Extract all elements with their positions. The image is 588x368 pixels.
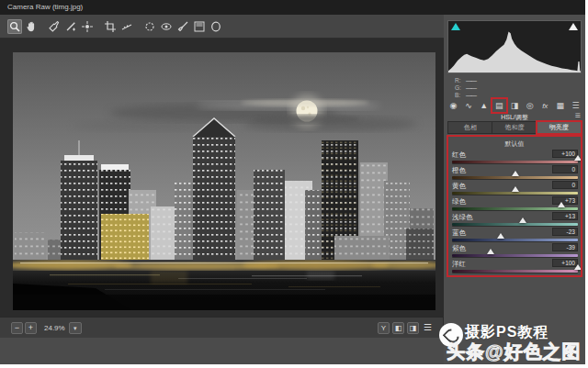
histogram xyxy=(447,20,582,73)
hsl-slider-row: 黄色0 xyxy=(444,181,585,196)
color-sampler-tool[interactable] xyxy=(63,19,78,34)
slider-thumb[interactable] xyxy=(574,264,582,270)
white-balance-tool[interactable] xyxy=(47,19,62,34)
panel-tab-split-toning-icon[interactable]: ◨ xyxy=(508,99,522,112)
rgb-row: R:—— xyxy=(455,76,476,84)
screenshot-stage: Camera Raw (timg.jpg) xyxy=(0,0,588,368)
panel-tab-hsl-grayscale-icon[interactable]: ▤ xyxy=(492,99,506,112)
zoom-tool[interactable] xyxy=(7,19,22,34)
slider-label: 绿色 xyxy=(452,197,466,206)
slider-thumb[interactable] xyxy=(487,249,494,254)
radial-filter-tool[interactable] xyxy=(209,19,223,34)
slider-thumb[interactable] xyxy=(519,217,526,223)
hsl-subtabs: 色相饱和度明亮度 xyxy=(447,121,582,134)
camera-raw-window: Camera Raw (timg.jpg) xyxy=(0,0,585,364)
slider-track[interactable] xyxy=(452,270,578,273)
zoom-level-value: 24.9% xyxy=(44,324,65,332)
zoom-out-button[interactable]: − xyxy=(11,322,23,334)
hsl-slider-row: 蓝色-23 xyxy=(444,228,585,243)
before-after-toggle-button[interactable]: Y xyxy=(378,322,390,334)
slider-value-field[interactable]: +73 xyxy=(552,196,578,205)
panel-menu-icon[interactable]: ☰ xyxy=(575,112,581,119)
slider-label: 蓝色 xyxy=(452,229,466,238)
slider-track[interactable] xyxy=(452,161,578,163)
targeted-adjustment-tool[interactable] xyxy=(80,19,95,34)
slider-value-field[interactable]: 0 xyxy=(552,165,578,173)
slider-label: 洋红 xyxy=(452,260,466,269)
panel-tab-presets-icon[interactable]: ☰ xyxy=(569,99,582,112)
slider-track[interactable] xyxy=(452,239,578,241)
panel-tab-basic-icon[interactable]: ◉ xyxy=(447,99,460,112)
window-titlebar[interactable]: Camera Raw (timg.jpg) xyxy=(0,0,585,15)
photo-water xyxy=(13,271,435,310)
slider-thumb[interactable] xyxy=(497,233,504,239)
hsl-slider-row: 红色+100 xyxy=(444,150,585,165)
hsl-tab-饱和度[interactable]: 饱和度 xyxy=(492,122,537,133)
watermark-line2: 头条@好色之图 xyxy=(447,340,582,364)
panel-tab-detail-icon[interactable]: ▲ xyxy=(477,99,491,112)
panel-tab-camera-calibration-icon[interactable]: ▦ xyxy=(553,99,567,112)
slider-label: 红色 xyxy=(452,151,466,160)
hsl-slider-row: 洋红+100 xyxy=(444,259,585,274)
panel-tab-lens-corrections-icon[interactable]: ◎ xyxy=(523,99,537,112)
copy-current-settings-button[interactable]: ◨ xyxy=(407,322,419,334)
highlight-clipping-warning-icon[interactable] xyxy=(569,23,578,30)
hsl-slider-row: 橙色0 xyxy=(444,165,585,181)
spot-removal-tool[interactable] xyxy=(142,19,157,34)
slider-thumb[interactable] xyxy=(574,155,582,161)
hsl-slider-row: 浅绿色+13 xyxy=(444,212,585,228)
slider-track[interactable] xyxy=(452,207,578,210)
photo-canvas[interactable] xyxy=(13,52,435,310)
slider-thumb[interactable] xyxy=(558,202,565,207)
rgb-readout: R:——G:——B:—— xyxy=(455,76,476,98)
before-after-controls: Y◧◨☰ xyxy=(375,322,434,334)
watermark: 摄影PS教程 头条@好色之图 xyxy=(432,318,588,368)
hsl-slider-row: 紫色-39 xyxy=(444,243,585,259)
crop-tool[interactable] xyxy=(103,19,118,34)
cityscape-photo xyxy=(13,52,435,310)
slider-thumb[interactable] xyxy=(512,171,519,176)
window-title: Camera Raw (timg.jpg) xyxy=(7,3,83,11)
toolbar xyxy=(0,15,444,39)
histogram-plot xyxy=(448,30,581,72)
slider-thumb[interactable] xyxy=(512,186,519,192)
zoom-level-dropdown[interactable]: ▾ xyxy=(69,322,82,334)
slider-value-field[interactable]: -39 xyxy=(552,243,578,251)
hsl-tab-色相[interactable]: 色相 xyxy=(448,122,492,133)
hand-tool[interactable] xyxy=(24,19,39,34)
slider-track[interactable] xyxy=(452,176,578,179)
image-preview-area xyxy=(0,39,444,317)
slider-label: 紫色 xyxy=(452,244,466,253)
preview-bottom-bar: − + 24.9% ▾ Y◧◨☰ xyxy=(0,317,444,338)
adjustment-brush-tool[interactable] xyxy=(175,19,190,34)
slider-label: 黄色 xyxy=(452,182,466,191)
hsl-slider-row: 绿色+73 xyxy=(444,196,585,212)
adjustments-panel: R:——G:——B:—— ◉∿▲▤◨◎fx▦☰ HSL/调整 ☰ 色相饱和度明亮… xyxy=(444,15,585,364)
shadow-clipping-warning-icon[interactable] xyxy=(451,23,460,30)
slider-label: 浅绿色 xyxy=(452,213,473,222)
red-eye-tool[interactable] xyxy=(159,19,174,34)
default-values-button[interactable]: 默认值 xyxy=(444,139,585,149)
zoom-in-button[interactable]: + xyxy=(25,322,37,334)
slider-track[interactable] xyxy=(452,223,578,226)
slider-value-field[interactable]: -23 xyxy=(552,228,578,236)
swap-before-after-button[interactable]: ◧ xyxy=(392,322,404,334)
rgb-row: G:—— xyxy=(455,84,476,91)
slider-value-field[interactable]: 0 xyxy=(552,181,578,189)
rgb-row: B:—— xyxy=(455,91,476,98)
graduated-filter-tool[interactable] xyxy=(192,19,207,34)
slider-value-field[interactable]: +13 xyxy=(552,212,578,220)
slider-track[interactable] xyxy=(452,254,578,257)
hsl-tab-明亮度[interactable]: 明亮度 xyxy=(537,122,581,133)
slider-label: 橙色 xyxy=(452,166,466,175)
slider-track[interactable] xyxy=(452,192,578,195)
hsl-slider-list: 红色+100橙色0黄色0绿色+73浅绿色+13蓝色-23紫色-39洋红+100 xyxy=(444,150,585,274)
panel-tab-tone-curve-icon[interactable]: ∿ xyxy=(462,99,476,112)
straighten-tool[interactable] xyxy=(119,19,134,34)
panel-tab-effects-icon[interactable]: fx xyxy=(538,99,552,112)
photo-waterfront-lights xyxy=(13,260,435,271)
panel-tab-bar: ◉∿▲▤◨◎fx▦☰ xyxy=(447,98,582,112)
